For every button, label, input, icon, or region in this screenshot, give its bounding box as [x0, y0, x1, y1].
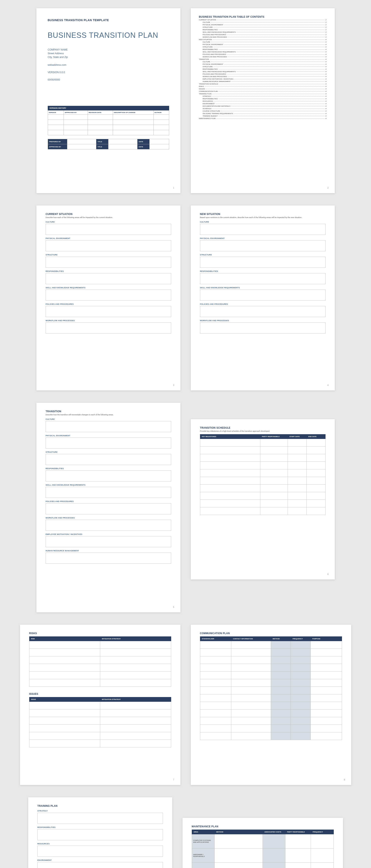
cell[interactable] — [291, 664, 311, 672]
cell[interactable] — [288, 439, 306, 446]
field-box[interactable] — [46, 520, 171, 531]
cell[interactable] — [200, 694, 231, 702]
cell[interactable] — [307, 477, 325, 485]
cell[interactable] — [200, 454, 260, 462]
cell[interactable] — [307, 454, 325, 462]
cell[interactable] — [200, 439, 260, 446]
cell[interactable] — [231, 725, 271, 733]
cell[interactable] — [291, 641, 311, 649]
field-box[interactable] — [200, 322, 325, 334]
field-box[interactable] — [46, 553, 171, 564]
cell[interactable] — [100, 649, 171, 656]
cell[interactable] — [260, 500, 288, 507]
cell[interactable] — [231, 672, 271, 679]
field-box[interactable] — [200, 224, 325, 235]
cell[interactable] — [200, 649, 231, 656]
cell[interactable] — [29, 724, 100, 732]
field-box[interactable] — [37, 829, 163, 840]
cell[interactable] — [200, 485, 260, 492]
field-box[interactable] — [46, 322, 171, 334]
cell[interactable] — [271, 694, 290, 702]
cell[interactable] — [311, 656, 342, 664]
field-box[interactable] — [46, 470, 171, 482]
cell[interactable] — [271, 664, 290, 672]
cell[interactable] — [307, 462, 325, 469]
cell[interactable] — [200, 656, 231, 664]
cell[interactable] — [200, 664, 231, 672]
cell[interactable] — [271, 641, 290, 649]
field-box[interactable] — [37, 846, 163, 857]
cell[interactable] — [285, 834, 311, 848]
cell[interactable] — [200, 492, 260, 500]
cell[interactable] — [291, 687, 311, 694]
cell[interactable] — [100, 740, 171, 747]
cell[interactable] — [29, 717, 100, 724]
cell[interactable] — [285, 848, 311, 863]
cell[interactable] — [271, 702, 290, 710]
field-box[interactable] — [200, 240, 325, 251]
cell[interactable] — [288, 485, 306, 492]
cell[interactable] — [311, 702, 342, 710]
cell[interactable] — [29, 732, 100, 740]
cell[interactable] — [200, 687, 231, 694]
cell[interactable] — [288, 454, 306, 462]
cell[interactable] — [291, 649, 311, 656]
cell[interactable] — [311, 664, 342, 672]
cell[interactable] — [288, 507, 306, 515]
field-box[interactable] — [46, 503, 171, 514]
cell[interactable] — [271, 725, 290, 733]
cell[interactable] — [100, 709, 171, 717]
cell[interactable] — [260, 462, 288, 469]
cell[interactable] — [262, 863, 285, 868]
cell[interactable] — [100, 717, 171, 724]
cell[interactable] — [271, 710, 290, 717]
cell[interactable] — [271, 649, 290, 656]
cell[interactable] — [291, 710, 311, 717]
field-box[interactable] — [46, 257, 171, 268]
cell[interactable] — [271, 687, 290, 694]
cell[interactable] — [262, 848, 285, 863]
cell[interactable] — [200, 462, 260, 469]
field-box[interactable] — [46, 224, 171, 235]
field-box[interactable] — [46, 273, 171, 284]
cell[interactable] — [311, 694, 342, 702]
cell[interactable] — [288, 477, 306, 485]
cell[interactable] — [231, 656, 271, 664]
cell[interactable] — [231, 649, 271, 656]
cell[interactable] — [100, 641, 171, 649]
cell[interactable] — [200, 507, 260, 515]
cell[interactable] — [311, 710, 342, 717]
cell[interactable] — [200, 641, 231, 649]
cell[interactable] — [291, 725, 311, 733]
cell[interactable] — [307, 492, 325, 500]
cell[interactable] — [231, 733, 271, 740]
cell[interactable] — [307, 485, 325, 492]
cell[interactable] — [291, 717, 311, 725]
cell[interactable] — [200, 672, 231, 679]
cell[interactable] — [215, 848, 262, 863]
cell[interactable] — [200, 717, 231, 725]
cell[interactable] — [311, 672, 342, 679]
field-box[interactable] — [46, 240, 171, 251]
cell[interactable] — [311, 834, 334, 848]
cell[interactable] — [200, 500, 260, 507]
cell[interactable] — [307, 500, 325, 507]
cell[interactable] — [29, 740, 100, 747]
cell[interactable] — [288, 446, 306, 454]
cell[interactable] — [231, 641, 271, 649]
cell[interactable] — [29, 641, 100, 649]
cell[interactable] — [311, 717, 342, 725]
cell[interactable] — [29, 649, 100, 656]
cell[interactable] — [29, 702, 100, 709]
cell[interactable] — [311, 679, 342, 687]
cell[interactable] — [260, 469, 288, 477]
cell[interactable] — [307, 469, 325, 477]
cell[interactable] — [100, 664, 171, 672]
cell[interactable] — [200, 679, 231, 687]
cell[interactable] — [260, 454, 288, 462]
field-box[interactable] — [46, 437, 171, 448]
cell[interactable] — [29, 709, 100, 717]
cell[interactable] — [100, 672, 171, 679]
cell[interactable] — [215, 863, 262, 868]
cell[interactable] — [100, 679, 171, 687]
